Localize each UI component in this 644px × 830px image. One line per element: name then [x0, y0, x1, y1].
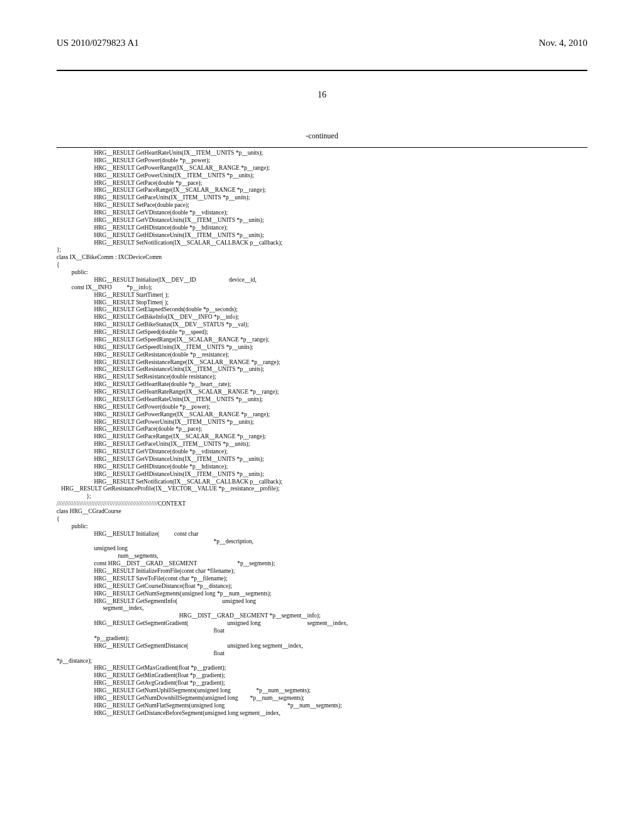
top-rule [57, 147, 587, 148]
page-number: 16 [57, 90, 587, 100]
page-header: US 2010/0279823 A1 Nov. 4, 2010 [57, 38, 587, 51]
publication-number: US 2010/0279823 A1 [57, 38, 139, 48]
publication-date: Nov. 4, 2010 [539, 38, 587, 48]
header-rule [57, 70, 587, 71]
code-listing: HRG__RESULT GetHeartRateUnits(IX__ITEM__… [57, 150, 587, 717]
continued-label: -continued [57, 131, 587, 141]
